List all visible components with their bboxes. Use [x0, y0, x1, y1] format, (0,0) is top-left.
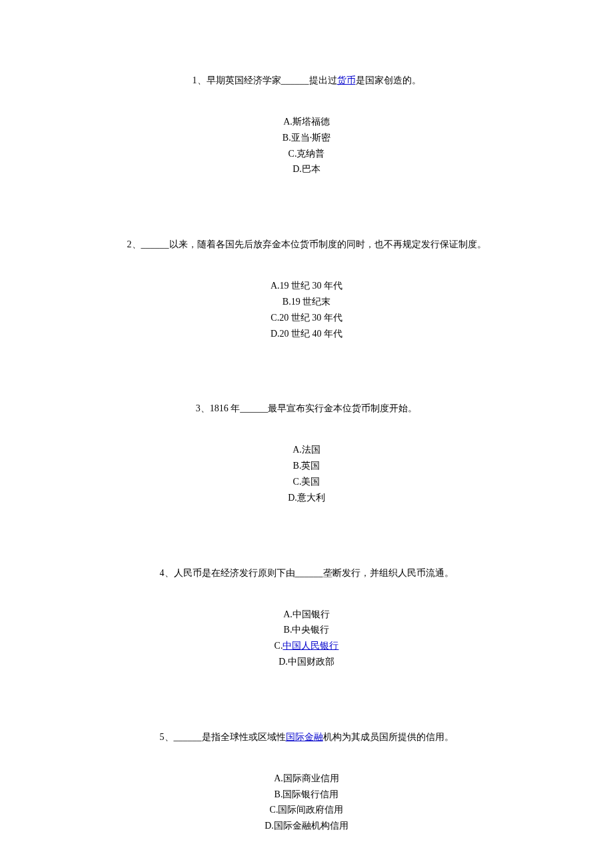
q5-option-a: A.国际商业信用	[60, 771, 553, 787]
q4-a-label: A.	[283, 609, 293, 619]
q3-pre: 1816 年	[210, 403, 241, 413]
q1-number: 1、	[193, 75, 207, 85]
q4-b-text: 中央银行	[292, 625, 329, 635]
q2-option-d: D.20 世纪 40 年代	[60, 326, 553, 342]
q4-mid: 垄断发行，并组织人民币流通。	[323, 568, 454, 578]
q2-option-b: B.19 世纪末	[60, 294, 553, 310]
q1-blank: ______	[281, 75, 309, 85]
q1-pre: 早期英国经济学家	[207, 75, 281, 85]
q4-c-link[interactable]: 中国人民银行	[283, 641, 338, 651]
q1-option-a: A.斯塔福德	[60, 114, 553, 130]
q1-option-d: D.巴本	[60, 161, 553, 177]
question-1: 1、早期英国经济学家______提出过货币是国家创造的。 A.斯塔福德 B.亚当…	[60, 73, 553, 177]
q4-b-label: B.	[284, 625, 293, 635]
q4-option-b: B.中央银行	[60, 622, 553, 638]
q5-blank: ______	[174, 732, 202, 742]
q1-option-c: C.克纳普	[60, 146, 553, 162]
q1-post: 是国家创造的。	[356, 75, 421, 85]
q3-option-a: A.法国	[60, 442, 553, 458]
q4-option-c: C.中国人民银行	[60, 638, 553, 654]
q2-blank: ______	[141, 239, 169, 249]
q3-options: A.法国 B.英国 C.美国 D.意大利	[60, 442, 553, 505]
q5-option-d: D.国际金融机构信用	[60, 818, 553, 834]
q5-option-b: B.国际银行信用	[60, 787, 553, 803]
question-1-text: 1、早期英国经济学家______提出过货币是国家创造的。	[60, 73, 553, 87]
question-4: 4、人民币是在经济发行原则下由______垄断发行，并组织人民币流通。 A.中国…	[60, 566, 553, 670]
q4-d-label: D.	[279, 657, 288, 667]
q1-options: A.斯塔福德 B.亚当·斯密 C.克纳普 D.巴本	[60, 114, 553, 177]
question-3-text: 3、1816 年______最早宣布实行金本位货币制度开始。	[60, 401, 553, 415]
q3-blank: ______	[240, 403, 268, 413]
question-4-text: 4、人民币是在经济发行原则下由______垄断发行，并组织人民币流通。	[60, 566, 553, 580]
q3-number: 3、	[196, 403, 210, 413]
q4-option-a: A.中国银行	[60, 607, 553, 623]
q4-a-text: 中国银行	[293, 609, 330, 619]
q5-mid: 是指全球性或区域性	[202, 732, 286, 742]
q2-option-c: C.20 世纪 30 年代	[60, 310, 553, 326]
q5-option-c: C.国际间政府信用	[60, 802, 553, 818]
q2-option-a: A.19 世纪 30 年代	[60, 278, 553, 294]
question-3: 3、1816 年______最早宣布实行金本位货币制度开始。 A.法国 B.英国…	[60, 401, 553, 505]
q3-option-c: C.美国	[60, 474, 553, 490]
q1-link[interactable]: 货币	[337, 75, 356, 85]
q1-mid: 提出过	[309, 75, 337, 85]
q4-blank: ______	[295, 568, 323, 578]
q3-option-d: D.意大利	[60, 490, 553, 506]
question-5: 5、______是指全球性或区域性国际金融机构为其成员国所提供的信用。 A.国际…	[60, 730, 553, 834]
q3-option-b: B.英国	[60, 458, 553, 474]
q5-post: 机构为其成员国所提供的信用。	[323, 732, 454, 742]
q1-option-b: B.亚当·斯密	[60, 130, 553, 146]
q2-number: 2、	[127, 239, 141, 249]
question-2-text: 2、______以来，随着各国先后放弃金本位货币制度的同时，也不再规定发行保证制…	[60, 237, 553, 251]
q4-number: 4、	[160, 568, 174, 578]
q4-option-d: D.中国财政部	[60, 654, 553, 670]
q4-d-text: 中国财政部	[288, 657, 334, 667]
document-page: 1、早期英国经济学家______提出过货币是国家创造的。 A.斯塔福德 B.亚当…	[0, 0, 613, 868]
question-5-text: 5、______是指全球性或区域性国际金融机构为其成员国所提供的信用。	[60, 730, 553, 744]
q2-mid: 以来，随着各国先后放弃金本位货币制度的同时，也不再规定发行保证制度。	[169, 239, 486, 249]
question-2: 2、______以来，随着各国先后放弃金本位货币制度的同时，也不再规定发行保证制…	[60, 237, 553, 341]
q4-options: A.中国银行 B.中央银行 C.中国人民银行 D.中国财政部	[60, 607, 553, 670]
q5-options: A.国际商业信用 B.国际银行信用 C.国际间政府信用 D.国际金融机构信用	[60, 771, 553, 834]
q2-options: A.19 世纪 30 年代 B.19 世纪末 C.20 世纪 30 年代 D.2…	[60, 278, 553, 341]
q5-number: 5、	[160, 732, 174, 742]
q3-mid: 最早宣布实行金本位货币制度开始。	[268, 403, 417, 413]
q4-pre: 人民币是在经济发行原则下由	[174, 568, 295, 578]
q4-c-label: C.	[275, 641, 283, 651]
q5-link[interactable]: 国际金融	[286, 732, 323, 742]
